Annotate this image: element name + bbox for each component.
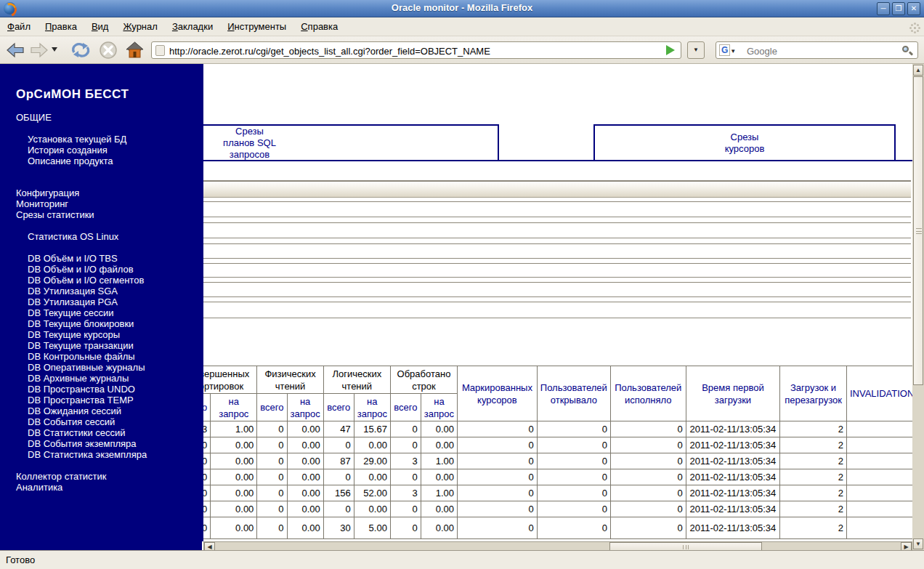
sidebar-link[interactable]: DB Статистики сессий (28, 427, 147, 438)
column-header-link[interactable]: Маркированных курсоров (458, 366, 538, 421)
window-title: Oracle monitor - Mozilla Firefox (0, 2, 924, 13)
column-subheader-link[interactable]: на запрос (421, 394, 457, 421)
table-cell: 3 (390, 453, 421, 469)
history-dropdown-icon[interactable] (51, 47, 58, 52)
sidebar-link[interactable]: DB События сессий (28, 416, 147, 427)
sidebar-link[interactable]: DB Утилизация PGA (28, 296, 147, 307)
table-cell: 0 (610, 517, 686, 539)
sidebar-link[interactable]: DB Текущие сессии (28, 307, 147, 318)
go-button[interactable] (666, 45, 675, 55)
sidebar-link[interactable]: Описание продукта (28, 156, 126, 166)
column-subheader-link[interactable]: всего (323, 394, 354, 421)
titlebar[interactable]: Oracle monitor - Mozilla Firefox ─ ❐ ✕ (0, 0, 924, 17)
content-left-border (202, 64, 203, 541)
column-subheader-link[interactable]: на запрос (354, 394, 390, 421)
menu-item-2[interactable]: Вид (84, 18, 116, 36)
table-cell: 0.00 (287, 469, 323, 485)
table-cell: 0.00 (354, 469, 390, 485)
column-subheader-link[interactable]: всего (257, 394, 287, 421)
sidebar-link[interactable]: Установка текущей БД (28, 134, 126, 145)
column-header: Логических чтений (323, 366, 390, 394)
table-cell: 2011-02-11/13:05:34 (686, 501, 779, 517)
sidebar-link[interactable]: DB Текущие блокировки (28, 318, 147, 329)
sidebar-link[interactable]: Коллектор статистик (16, 471, 107, 482)
table-cell: 2 (780, 501, 847, 517)
table-cell: 0 (610, 485, 686, 501)
sidebar-link[interactable]: DB Контрольные файлы (28, 351, 147, 362)
column-subheader-link[interactable]: всего (390, 394, 421, 421)
sidebar-link[interactable]: DB Объём и I/O файлов (28, 264, 147, 275)
table-cell: 0 (458, 485, 538, 501)
search-icon[interactable] (901, 45, 913, 57)
column-header-link[interactable]: Пользователей исполняло (610, 366, 686, 421)
table-cell: 0 (537, 501, 610, 517)
column-header-link[interactable]: Загрузок и перезагрузок (780, 366, 847, 421)
sidebar-link[interactable]: DB Архивные журналы (28, 373, 147, 384)
horizontal-scrollbar-thumb[interactable] (609, 542, 762, 550)
table-cell: 0 (458, 501, 538, 517)
search-engine-icon[interactable]: G▼ (719, 44, 741, 56)
sidebar-link[interactable]: Аналитика (16, 482, 107, 493)
sidebar-link[interactable]: DB Объём и I/O сегментов (28, 275, 147, 286)
app-title: ОрСиМОН БЕССТ (16, 87, 129, 102)
url-bar[interactable] (151, 41, 681, 59)
minimize-button[interactable]: ─ (877, 2, 890, 15)
sidebar-link[interactable]: DB Ожидания сессий (28, 405, 147, 416)
scroll-right-icon[interactable]: ▶ (901, 542, 912, 550)
sidebar-link[interactable]: Конфигурация (16, 187, 94, 198)
column-subheader-link[interactable]: на запрос (211, 394, 257, 421)
url-input[interactable] (169, 45, 641, 57)
scroll-left-icon[interactable]: ◀ (204, 542, 215, 550)
menu-item-0[interactable]: Файл (0, 18, 38, 36)
sidebar-link[interactable]: DB Текущие курсоры (28, 329, 147, 340)
menu-item-4[interactable]: Закладки (165, 18, 220, 36)
sidebar-link[interactable]: DB Текущие транзакции (28, 340, 147, 351)
menu-item-5[interactable]: Инструменты (220, 18, 293, 36)
sidebar-link[interactable]: История создания (28, 145, 126, 156)
sidebar-link[interactable]: DB Утилизация SGA (28, 286, 147, 296)
close-button[interactable]: ✕ (907, 2, 920, 15)
vertical-scrollbar[interactable]: ▲ ▼ (912, 64, 924, 550)
scroll-down-icon[interactable]: ▼ (913, 538, 923, 549)
sidebar-link[interactable]: DB События экземпляра (28, 438, 147, 449)
menu-item-6[interactable]: Справка (293, 18, 345, 36)
url-dropdown-button[interactable]: ▼ (687, 41, 705, 59)
forward-button[interactable] (29, 41, 49, 60)
table-cell: 2 (780, 517, 847, 539)
column-header-link[interactable]: Пользователей открывало (537, 366, 610, 421)
reload-button[interactable] (70, 41, 92, 60)
table-cell: 0.00 (287, 517, 323, 539)
scroll-up-icon[interactable]: ▲ (913, 65, 923, 76)
home-button[interactable] (125, 41, 145, 60)
sidebar-link[interactable]: DB Пространства TEMP (28, 395, 147, 405)
table-cell: 0 (537, 453, 610, 469)
column-header-link[interactable]: Время первой загрузки (686, 366, 779, 421)
column-header: Физических чтений (257, 366, 323, 394)
horizontal-scrollbar[interactable]: ◀ ▶ (203, 541, 912, 550)
sidebar-link[interactable]: DB Оперативные журналы (28, 362, 147, 373)
table-cell: 0.00 (287, 437, 323, 453)
column-subheader-link[interactable]: на запрос (287, 394, 323, 421)
back-button[interactable] (6, 41, 25, 60)
menu-item-1[interactable]: Правка (38, 18, 84, 36)
search-bar[interactable]: G▼ (716, 41, 918, 59)
sidebar-link[interactable]: DB Объём и I/O TBS (28, 253, 147, 264)
sidebar-link[interactable]: DB Пространства UNDO (28, 384, 147, 395)
search-input[interactable] (747, 45, 892, 57)
menu-item-3[interactable]: Журнал (115, 18, 164, 36)
sidebar-section-label: ОБЩИЕ (16, 112, 52, 123)
table-row: 00.0000.008729.0031.000002011-02-11/13:0… (181, 453, 924, 469)
sidebar-link[interactable]: Мониторинг (16, 198, 94, 209)
sidebar-link[interactable]: Срезы статистики (16, 209, 94, 220)
maximize-button[interactable]: ❐ (892, 2, 905, 15)
table-cell: 15.67 (354, 421, 390, 437)
table-cell: 2011-02-11/13:05:34 (686, 453, 779, 469)
table-cell: 30 (323, 517, 354, 539)
tab-cursor-snapshots[interactable]: Срезы курсоров (593, 124, 896, 161)
vertical-scrollbar-thumb[interactable] (913, 76, 923, 385)
sidebar-link[interactable]: DB Статистика экземпляра (28, 449, 147, 460)
sidebar-link[interactable]: Статистика OS Linux (28, 231, 118, 242)
table-cell: 0 (257, 421, 287, 437)
table-cell: 29.00 (354, 453, 390, 469)
stop-button[interactable] (99, 41, 118, 60)
